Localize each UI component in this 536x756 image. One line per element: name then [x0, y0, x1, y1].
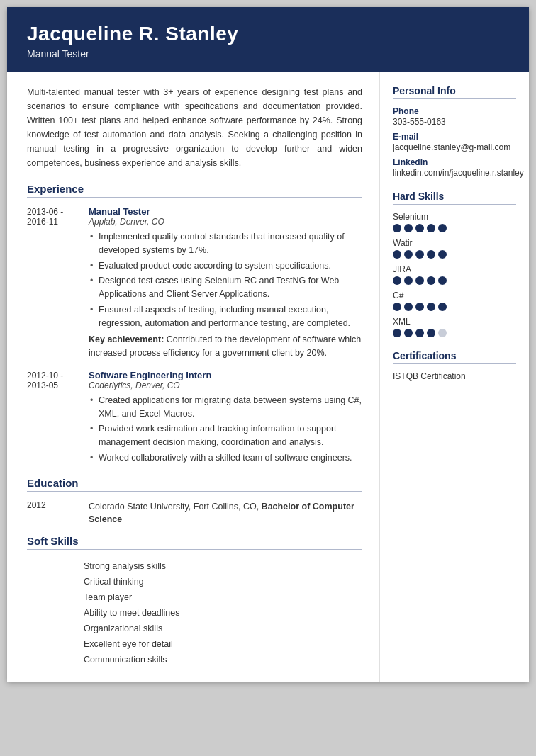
exp-content-1: Manual Tester Applab, Denver, CO Impleme…: [89, 206, 362, 360]
dot-2: [404, 329, 413, 337]
skill-dots-csharp: [393, 303, 516, 311]
hard-skill-xml: XML: [393, 317, 516, 337]
skill-dots-watir: [393, 250, 516, 259]
linkedin-value: linkedin.com/in/jacqueline.r.stanley: [393, 168, 516, 178]
exp-bullet-1-2: Evaluated product code according to syst…: [89, 259, 362, 273]
resume-page: Jacqueline R. Stanley Manual Tester Mult…: [7, 7, 529, 682]
exp-content-2: Software Engineering Intern Coderlytics,…: [89, 370, 362, 467]
exp-job-title-1: Manual Tester: [89, 206, 362, 217]
exp-bullet-2-2: Provided work estimation and tracking in…: [89, 422, 362, 449]
certifications-title: Certifications: [393, 350, 516, 364]
edu-year-1: 2012: [27, 500, 80, 527]
hard-skills-title: Hard Skills: [393, 191, 516, 205]
edu-content-1: Colorado State University, Fort Collins,…: [89, 500, 362, 527]
hard-skill-jira: JIRA: [393, 264, 516, 285]
dot-1: [393, 303, 401, 311]
dot-3: [415, 329, 424, 337]
dot-5: [438, 329, 447, 337]
exp-job-title-2: Software Engineering Intern: [89, 370, 362, 380]
hard-skill-name-watir: Watir: [393, 238, 516, 248]
dot-1: [393, 329, 401, 337]
dot-5: [438, 303, 447, 311]
soft-skill-4: Ability to meet deadlines: [84, 605, 362, 621]
soft-skill-5: Organizational skills: [84, 621, 362, 636]
dot-2: [404, 224, 413, 232]
personal-info-title: Personal Info: [393, 85, 516, 99]
soft-skills-section-title: Soft Skills: [27, 535, 362, 550]
skill-dots-selenium: [393, 224, 516, 232]
hard-skill-name-selenium: Selenium: [393, 212, 516, 222]
key-achievement-1: Key achievement: Contributed to the deve…: [89, 333, 362, 360]
hard-skill-name-xml: XML: [393, 317, 516, 327]
exp-bullets-1: Implemented quality control standards th…: [89, 230, 362, 329]
education-section-title: Education: [27, 477, 362, 492]
soft-skills-list: Strong analysis skills Critical thinking…: [84, 558, 362, 667]
exp-dates-2: 2012-10 - 2013-05: [27, 370, 80, 467]
skill-dots-xml: [393, 329, 516, 337]
phone-value: 303-555-0163: [393, 117, 516, 127]
resume-header: Jacqueline R. Stanley Manual Tester: [7, 7, 529, 72]
experience-item-1: 2013-06 - 2016-11 Manual Tester Applab, …: [27, 206, 362, 360]
hard-skill-name-csharp: C#: [393, 290, 516, 300]
soft-skill-2: Critical thinking: [84, 574, 362, 589]
dot-1: [393, 276, 401, 285]
soft-skill-3: Team player: [84, 589, 362, 605]
dot-4: [427, 276, 435, 285]
sidebar: Personal Info Phone 303-555-0163 E-mail …: [380, 72, 529, 682]
hard-skill-selenium: Selenium: [393, 212, 516, 232]
dot-1: [393, 250, 401, 259]
exp-company-1: Applab, Denver, CO: [89, 217, 362, 227]
personal-info-section: Personal Info Phone 303-555-0163 E-mail …: [393, 85, 516, 178]
dot-5: [438, 276, 447, 285]
exp-date-start-1: 2013-06 -: [27, 207, 63, 217]
dot-3: [415, 250, 424, 259]
hard-skills-section: Hard Skills Selenium Watir: [393, 191, 516, 337]
dot-2: [404, 303, 413, 311]
edu-description-plain: Colorado State University, Fort Collins,…: [89, 502, 259, 512]
hard-skill-watir: Watir: [393, 238, 516, 259]
soft-skill-6: Excellent eye for detail: [84, 636, 362, 652]
exp-bullet-2-3: Worked collaboratively with a skilled te…: [89, 451, 362, 465]
email-label: E-mail: [393, 132, 516, 142]
exp-date-start-2: 2012-10 -: [27, 371, 63, 380]
soft-skill-1: Strong analysis skills: [84, 558, 362, 574]
soft-skills-section: Soft Skills Strong analysis skills Criti…: [27, 535, 362, 667]
phone-label: Phone: [393, 106, 516, 116]
experience-section-title: Experience: [27, 183, 362, 198]
education-item-1: 2012 Colorado State University, Fort Col…: [27, 500, 362, 527]
skill-dots-jira: [393, 276, 516, 285]
dot-3: [415, 303, 424, 311]
exp-bullet-1-1: Implemented quality control standards th…: [89, 230, 362, 257]
dot-4: [427, 250, 435, 259]
education-section: Education 2012 Colorado State University…: [27, 477, 362, 527]
summary-text: Multi-talented manual tester with 3+ yea…: [27, 85, 362, 170]
dot-3: [415, 276, 424, 285]
dot-4: [427, 303, 435, 311]
exp-bullet-2-1: Created applications for migrating data …: [89, 394, 362, 421]
dot-1: [393, 224, 401, 232]
exp-bullet-1-3: Designed test cases using Selenium RC an…: [89, 274, 362, 301]
exp-company-2: Coderlytics, Denver, CO: [89, 380, 362, 390]
main-column: Multi-talented manual tester with 3+ yea…: [7, 72, 380, 682]
dot-4: [427, 224, 435, 232]
dot-3: [415, 224, 424, 232]
dot-2: [404, 276, 413, 285]
exp-bullet-1-4: Ensured all aspects of testing, includin…: [89, 303, 362, 330]
resume-body: Multi-talented manual tester with 3+ yea…: [7, 72, 529, 682]
experience-section: Experience 2013-06 - 2016-11 Manual Test…: [27, 183, 362, 467]
exp-dates-1: 2013-06 - 2016-11: [27, 206, 80, 360]
dot-4: [427, 329, 435, 337]
candidate-name: Jacqueline R. Stanley: [27, 23, 509, 45]
dot-5: [438, 224, 447, 232]
hard-skill-name-jira: JIRA: [393, 264, 516, 274]
exp-date-end-1: 2016-11: [27, 217, 58, 227]
dot-2: [404, 250, 413, 259]
exp-date-end-2: 2013-05: [27, 380, 58, 390]
experience-item-2: 2012-10 - 2013-05 Software Engineering I…: [27, 370, 362, 467]
email-value: jacqueline.stanley@g-mail.com: [393, 142, 516, 152]
dot-5: [438, 250, 447, 259]
cert-item-1: ISTQB Certification: [393, 371, 516, 381]
linkedin-label: LinkedIn: [393, 157, 516, 167]
exp-bullets-2: Created applications for migrating data …: [89, 394, 362, 465]
candidate-title: Manual Tester: [27, 48, 509, 60]
